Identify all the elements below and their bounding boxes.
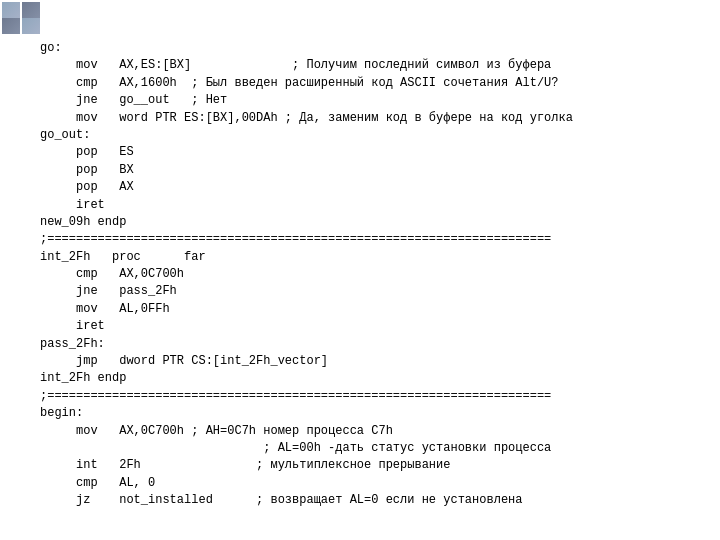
code-content: go: mov AX,ES:[BX] ; Получим последний с… bbox=[40, 40, 700, 510]
code-area: go: mov AX,ES:[BX] ; Получим последний с… bbox=[0, 0, 720, 540]
main-window: go: mov AX,ES:[BX] ; Получим последний с… bbox=[0, 0, 720, 540]
